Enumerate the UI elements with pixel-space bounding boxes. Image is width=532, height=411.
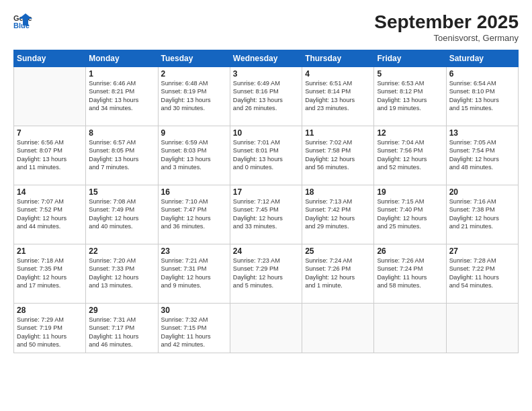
day-info: Sunrise: 6:48 AM Sunset: 8:19 PM Dayligh… [161, 79, 227, 113]
table-row: 29Sunrise: 7:31 AM Sunset: 7:17 PM Dayli… [86, 303, 158, 353]
day-number: 28 [17, 306, 83, 315]
table-row: 20Sunrise: 7:16 AM Sunset: 7:38 PM Dayli… [446, 185, 518, 244]
day-number: 26 [377, 246, 443, 256]
table-row: 13Sunrise: 7:05 AM Sunset: 7:54 PM Dayli… [446, 126, 518, 185]
day-info: Sunrise: 6:57 AM Sunset: 8:05 PM Dayligh… [89, 138, 154, 172]
calendar-table: Sunday Monday Tuesday Wednesday Thursday… [13, 50, 519, 353]
day-number: 6 [449, 69, 515, 79]
table-row: 21Sunrise: 7:18 AM Sunset: 7:35 PM Dayli… [14, 244, 86, 303]
header-saturday: Saturday [446, 50, 518, 66]
page-header: General Blue September 2025 Toenisvorst,… [13, 12, 519, 43]
day-number: 3 [233, 69, 299, 79]
table-row [302, 303, 374, 353]
day-info: Sunrise: 7:08 AM Sunset: 7:49 PM Dayligh… [89, 197, 154, 231]
day-info: Sunrise: 7:10 AM Sunset: 7:47 PM Dayligh… [161, 197, 227, 231]
day-info: Sunrise: 7:28 AM Sunset: 7:22 PM Dayligh… [449, 257, 515, 290]
day-info: Sunrise: 6:56 AM Sunset: 8:07 PM Dayligh… [17, 138, 83, 172]
header-friday: Friday [374, 50, 446, 66]
day-number: 25 [305, 246, 371, 256]
table-row: 28Sunrise: 7:29 AM Sunset: 7:19 PM Dayli… [14, 303, 86, 353]
day-info: Sunrise: 7:01 AM Sunset: 8:01 PM Dayligh… [233, 138, 299, 172]
day-info: Sunrise: 7:21 AM Sunset: 7:31 PM Dayligh… [161, 257, 227, 290]
day-number: 29 [89, 306, 154, 315]
day-number: 12 [377, 128, 443, 138]
table-row: 1Sunrise: 6:46 AM Sunset: 8:21 PM Daylig… [86, 66, 158, 126]
table-row: 15Sunrise: 7:08 AM Sunset: 7:49 PM Dayli… [86, 185, 158, 244]
table-row: 6Sunrise: 6:54 AM Sunset: 8:10 PM Daylig… [446, 66, 518, 126]
day-info: Sunrise: 7:12 AM Sunset: 7:45 PM Dayligh… [233, 197, 299, 231]
day-info: Sunrise: 7:15 AM Sunset: 7:40 PM Dayligh… [377, 197, 443, 231]
logo-icon: General Blue [13, 12, 32, 31]
day-info: Sunrise: 7:32 AM Sunset: 7:15 PM Dayligh… [161, 316, 227, 349]
title-block: September 2025 Toenisvorst, Germany [374, 12, 519, 43]
day-info: Sunrise: 7:31 AM Sunset: 7:17 PM Dayligh… [89, 316, 154, 349]
header-wednesday: Wednesday [230, 50, 302, 66]
table-row: 26Sunrise: 7:26 AM Sunset: 7:24 PM Dayli… [374, 244, 446, 303]
day-number: 21 [17, 246, 83, 256]
month-title: September 2025 [374, 12, 519, 33]
table-row: 24Sunrise: 7:23 AM Sunset: 7:29 PM Dayli… [230, 244, 302, 303]
table-row [374, 303, 446, 353]
table-row: 7Sunrise: 6:56 AM Sunset: 8:07 PM Daylig… [14, 126, 86, 185]
table-row: 2Sunrise: 6:48 AM Sunset: 8:19 PM Daylig… [158, 66, 230, 126]
table-row [230, 303, 302, 353]
table-row: 30Sunrise: 7:32 AM Sunset: 7:15 PM Dayli… [158, 303, 230, 353]
day-number: 11 [305, 128, 371, 138]
day-info: Sunrise: 7:23 AM Sunset: 7:29 PM Dayligh… [233, 257, 299, 290]
table-row: 5Sunrise: 6:53 AM Sunset: 8:12 PM Daylig… [374, 66, 446, 126]
day-number: 19 [377, 187, 443, 197]
day-info: Sunrise: 7:02 AM Sunset: 7:58 PM Dayligh… [305, 138, 371, 172]
table-row: 8Sunrise: 6:57 AM Sunset: 8:05 PM Daylig… [86, 126, 158, 185]
day-number: 23 [161, 246, 227, 256]
table-row: 16Sunrise: 7:10 AM Sunset: 7:47 PM Dayli… [158, 185, 230, 244]
day-info: Sunrise: 7:16 AM Sunset: 7:38 PM Dayligh… [449, 197, 515, 231]
day-info: Sunrise: 7:13 AM Sunset: 7:42 PM Dayligh… [305, 197, 371, 231]
table-row: 3Sunrise: 6:49 AM Sunset: 8:16 PM Daylig… [230, 66, 302, 126]
day-info: Sunrise: 6:49 AM Sunset: 8:16 PM Dayligh… [233, 79, 299, 113]
day-number: 17 [233, 187, 299, 197]
table-row: 22Sunrise: 7:20 AM Sunset: 7:33 PM Dayli… [86, 244, 158, 303]
day-info: Sunrise: 7:24 AM Sunset: 7:26 PM Dayligh… [305, 257, 371, 290]
table-row: 25Sunrise: 7:24 AM Sunset: 7:26 PM Dayli… [302, 244, 374, 303]
day-number: 22 [89, 246, 154, 256]
subtitle: Toenisvorst, Germany [374, 33, 519, 43]
day-number: 15 [89, 187, 154, 197]
table-row: 4Sunrise: 6:51 AM Sunset: 8:14 PM Daylig… [302, 66, 374, 126]
header-tuesday: Tuesday [158, 50, 230, 66]
day-info: Sunrise: 6:54 AM Sunset: 8:10 PM Dayligh… [449, 79, 515, 113]
day-number: 9 [161, 128, 227, 138]
day-number: 4 [305, 69, 371, 79]
weekday-header-row: Sunday Monday Tuesday Wednesday Thursday… [14, 50, 519, 66]
table-row [14, 66, 86, 126]
table-row: 18Sunrise: 7:13 AM Sunset: 7:42 PM Dayli… [302, 185, 374, 244]
table-row: 27Sunrise: 7:28 AM Sunset: 7:22 PM Dayli… [446, 244, 518, 303]
day-number: 30 [161, 306, 227, 315]
day-info: Sunrise: 6:51 AM Sunset: 8:14 PM Dayligh… [305, 79, 371, 113]
day-info: Sunrise: 7:05 AM Sunset: 7:54 PM Dayligh… [449, 138, 515, 172]
day-info: Sunrise: 7:18 AM Sunset: 7:35 PM Dayligh… [17, 257, 83, 290]
header-monday: Monday [86, 50, 158, 66]
table-row: 17Sunrise: 7:12 AM Sunset: 7:45 PM Dayli… [230, 185, 302, 244]
table-row: 10Sunrise: 7:01 AM Sunset: 8:01 PM Dayli… [230, 126, 302, 185]
table-row: 11Sunrise: 7:02 AM Sunset: 7:58 PM Dayli… [302, 126, 374, 185]
table-row: 14Sunrise: 7:07 AM Sunset: 7:52 PM Dayli… [14, 185, 86, 244]
day-info: Sunrise: 7:04 AM Sunset: 7:56 PM Dayligh… [377, 138, 443, 172]
day-number: 8 [89, 128, 154, 138]
table-row [446, 303, 518, 353]
table-row: 19Sunrise: 7:15 AM Sunset: 7:40 PM Dayli… [374, 185, 446, 244]
day-number: 7 [17, 128, 83, 138]
table-row: 12Sunrise: 7:04 AM Sunset: 7:56 PM Dayli… [374, 126, 446, 185]
table-row: 9Sunrise: 6:59 AM Sunset: 8:03 PM Daylig… [158, 126, 230, 185]
day-number: 20 [449, 187, 515, 197]
day-info: Sunrise: 7:26 AM Sunset: 7:24 PM Dayligh… [377, 257, 443, 290]
logo: General Blue [13, 12, 34, 31]
day-info: Sunrise: 7:29 AM Sunset: 7:19 PM Dayligh… [17, 316, 83, 349]
day-number: 10 [233, 128, 299, 138]
day-info: Sunrise: 7:07 AM Sunset: 7:52 PM Dayligh… [17, 197, 83, 231]
day-info: Sunrise: 6:53 AM Sunset: 8:12 PM Dayligh… [377, 79, 443, 113]
day-number: 1 [89, 69, 154, 79]
day-number: 27 [449, 246, 515, 256]
day-info: Sunrise: 7:20 AM Sunset: 7:33 PM Dayligh… [89, 257, 154, 290]
day-number: 14 [17, 187, 83, 197]
header-thursday: Thursday [302, 50, 374, 66]
